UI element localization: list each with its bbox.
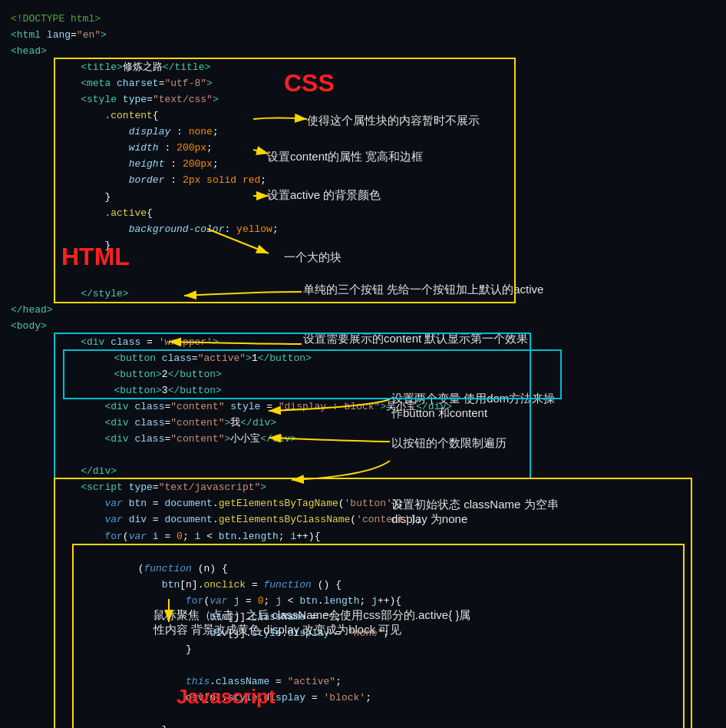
- code-line: <!DOCTYPE html>: [11, 11, 715, 27]
- annotation-click-after: 鼠标聚焦（点击）之后 className会使用css部分的.active{ }属…: [153, 608, 470, 637]
- code-line: for(var i = 0; i < btn.length; i++){: [57, 528, 715, 544]
- code-line: [57, 253, 715, 270]
- code-line: <div class="content">小小宝</div>: [57, 431, 715, 447]
- code-line: var btn = document.getElementsByTagName(…: [57, 495, 715, 511]
- code-line: <button>2</button>: [66, 366, 715, 382]
- code-line: border : 2px solid red;: [57, 172, 715, 188]
- code-line: <div class="content">我</div>: [57, 415, 715, 431]
- annotation-css3: 设置active 的背景颜色: [267, 188, 381, 203]
- annotation-css1: 使得这个属性块的内容暂时不展示: [307, 114, 480, 128]
- code-line: <style type="text/css">: [57, 91, 715, 108]
- code-line: </head>: [11, 302, 715, 318]
- code-line: <script type="text/javascript">: [57, 479, 715, 495]
- annotation-initial-state: 设置初始状态 className 为空串 display 为none: [391, 498, 559, 527]
- js-label: Javascript: [177, 685, 276, 709]
- annotation-large-block: 一个大的块: [284, 250, 342, 265]
- code-line: <head>: [11, 43, 715, 59]
- code-line: background-color: yellow;: [57, 221, 715, 237]
- code-line: var div = document.getElementsByClassNam…: [57, 511, 715, 528]
- code-line: .active{: [57, 205, 715, 221]
- code-line: }: [57, 237, 715, 253]
- code-line: for(var j = 0; j < btn.length; j++){: [66, 593, 715, 609]
- code-line: [57, 447, 715, 463]
- code-line: <html lang="en">: [11, 27, 715, 43]
- code-line: this.className = "active";: [66, 673, 715, 690]
- code-line: [66, 657, 715, 673]
- code-line: div[n].style.display = 'block';: [66, 690, 715, 706]
- code-line: </div>: [57, 463, 715, 479]
- annotation-two-vars: 设置两个变量 使用dom方法来操 作button 和content: [391, 392, 555, 421]
- annotation-show-content: 设置需要展示的content 默认显示第一个效果: [303, 332, 528, 346]
- code-line: }: [66, 641, 715, 657]
- code-line: }: [66, 722, 715, 728]
- code-line: [66, 706, 715, 722]
- page-container: <!DOCTYPE html> <html lang="en"> <head> …: [0, 0, 726, 728]
- code-line: <button class="active">1</button>: [66, 350, 715, 366]
- code-line: btn[n].onclick = function () {: [66, 577, 715, 593]
- code-line: <div class="content" style = "display : …: [57, 399, 715, 415]
- annotation-loop: 以按钮的个数限制遍历: [391, 436, 507, 451]
- html-label: HTML: [61, 243, 130, 271]
- code-line: <title>修炼之路</title>: [57, 59, 715, 75]
- code-line: (function (n) {: [66, 561, 715, 577]
- code-line: [66, 544, 715, 561]
- code-line: <button>3</button>: [66, 382, 715, 399]
- code-line: }: [57, 189, 715, 205]
- code-line: <meta charset="utf-8">: [57, 75, 715, 91]
- annotation-css2: 设置content的属性 宽高和边框: [267, 150, 423, 164]
- css-label: CSS: [284, 69, 335, 98]
- annotation-three-buttons: 单纯的三个按钮 先给一个按钮加上默认的active: [303, 283, 543, 297]
